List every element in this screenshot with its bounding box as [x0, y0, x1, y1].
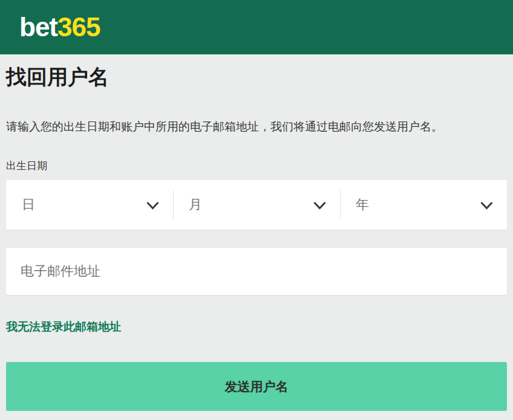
recover-username-form: 找回用户名 请输入您的出生日期和账户中所用的电子邮箱地址，我们将通过电邮向您发送…	[0, 65, 513, 411]
logo-text-365: 365	[57, 12, 100, 42]
top-header-bar: bet365	[0, 0, 513, 54]
email-row	[6, 248, 507, 295]
day-select-value: 日	[22, 196, 35, 214]
day-select[interactable]: 日	[6, 180, 173, 230]
date-of-birth-selects: 日 月 年	[6, 180, 507, 230]
email-input[interactable]	[6, 248, 507, 295]
send-username-button[interactable]: 发送用户名	[6, 362, 507, 411]
date-of-birth-label: 出生日期	[6, 160, 507, 172]
month-select[interactable]: 月	[173, 180, 340, 230]
year-select[interactable]: 年	[340, 180, 507, 230]
year-select-value: 年	[356, 196, 369, 214]
month-select-value: 月	[189, 196, 202, 214]
chevron-down-icon	[145, 197, 161, 213]
instruction-text: 请输入您的出生日期和账户中所用的电子邮箱地址，我们将通过电邮向您发送用户名。	[6, 120, 507, 134]
cannot-access-email-link[interactable]: 我无法登录此邮箱地址	[6, 321, 121, 333]
chevron-down-icon	[312, 197, 328, 213]
page-title: 找回用户名	[6, 65, 507, 89]
logo-text-bet: bet	[19, 12, 57, 42]
bet365-logo[interactable]: bet365	[19, 14, 100, 40]
chevron-down-icon	[479, 197, 495, 213]
